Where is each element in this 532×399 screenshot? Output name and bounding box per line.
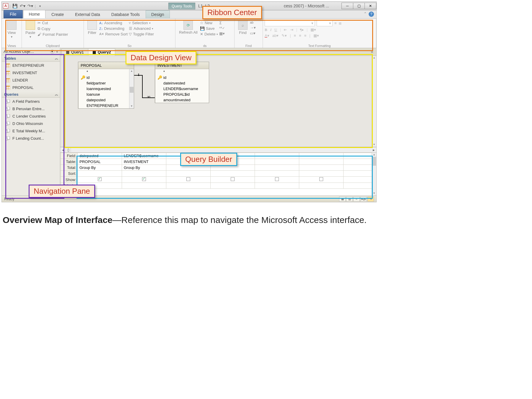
- indent-dec-icon[interactable]: ⇤: [284, 27, 287, 32]
- qbe-cell[interactable]: [78, 171, 122, 177]
- sort-desc-button[interactable]: Z↓Descending: [99, 26, 128, 31]
- view-button[interactable]: View ▼: [4, 20, 20, 39]
- ribbon-tab-externaldata[interactable]: External Data: [70, 11, 105, 18]
- qbe-cell[interactable]: [255, 183, 299, 189]
- field-item[interactable]: dateposted: [78, 97, 134, 103]
- scroll-thumb[interactable]: [130, 87, 134, 93]
- canvas-vscroll[interactable]: ▴ ▾: [372, 56, 376, 147]
- new-record-button[interactable]: ☆New: [199, 20, 219, 25]
- nav-item-table[interactable]: LENDER: [2, 76, 60, 84]
- font-combo[interactable]: ▾: [265, 20, 315, 26]
- align-right-icon[interactable]: ≡: [304, 33, 307, 38]
- nav-item-query[interactable]: F Lending Count...: [2, 135, 60, 142]
- qbe-cell[interactable]: [255, 159, 299, 165]
- field-item[interactable]: *: [78, 69, 134, 75]
- show-checkbox[interactable]: [186, 177, 190, 181]
- qat-customize-icon[interactable]: ▾: [37, 3, 43, 9]
- field-item[interactable]: fieldpartner: [78, 80, 134, 86]
- field-item[interactable]: ENTREPRENEUR: [78, 103, 134, 108]
- font-color-button[interactable]: A▾: [265, 33, 269, 38]
- nav-pane-header[interactable]: All Access Obje… ▾ «: [2, 48, 60, 55]
- view-datasheet-button[interactable]: ▦: [339, 196, 346, 202]
- qbe-cell[interactable]: [255, 171, 299, 177]
- qbe-cell[interactable]: LENDER$username: [122, 153, 166, 159]
- qbe-cell[interactable]: INVESTMENT: [122, 159, 166, 165]
- qbe-cell[interactable]: Group By: [122, 165, 166, 171]
- scroll-up-icon[interactable]: ▴: [129, 69, 134, 73]
- redo-icon[interactable]: ↷▾: [27, 3, 33, 9]
- qbe-cell[interactable]: [255, 153, 299, 159]
- qbe-cell[interactable]: [299, 171, 344, 177]
- align-left-icon[interactable]: ≡: [294, 33, 296, 38]
- qbe-cell[interactable]: [344, 159, 376, 165]
- select-button[interactable]: ▭▾: [249, 31, 256, 36]
- nav-collapse-icon[interactable]: «: [56, 49, 58, 54]
- goto-button[interactable]: →▾: [249, 25, 256, 30]
- show-checkbox[interactable]: [98, 177, 102, 181]
- more-button[interactable]: ▦▾: [219, 31, 225, 36]
- bullets-icon[interactable]: ≡: [334, 21, 337, 25]
- selection-button[interactable]: ▿Selection▾: [128, 20, 154, 25]
- scroll-right-icon[interactable]: ▸: [371, 148, 376, 152]
- format-painter-button[interactable]: 🖌Format Painter: [37, 32, 69, 37]
- qbe-cell[interactable]: [255, 165, 299, 171]
- tab-query1[interactable]: ▦ Query1: [61, 48, 88, 56]
- refresh-all-button[interactable]: ⟳ Refresh All: [177, 20, 199, 47]
- scroll-left-icon[interactable]: ◂: [60, 148, 66, 152]
- qbe-cell[interactable]: [344, 177, 376, 183]
- ribbon-collapse-icon[interactable]: ⌃: [364, 12, 367, 17]
- save-icon[interactable]: 💾: [12, 3, 18, 9]
- qbe-cell[interactable]: [299, 159, 344, 165]
- qbe-cell[interactable]: [299, 177, 344, 183]
- toggle-filter-button[interactable]: ▽Toggle Filter: [128, 32, 154, 37]
- field-item[interactable]: loanuse: [78, 92, 134, 97]
- qbe-cell[interactable]: [166, 177, 211, 183]
- qbe-cell[interactable]: [344, 153, 376, 159]
- qbe-cell[interactable]: [344, 165, 376, 171]
- nav-section-tables[interactable]: Tables ︽: [2, 55, 60, 62]
- nav-dropdown-icon[interactable]: ▾: [50, 50, 54, 54]
- field-item[interactable]: 🔑id: [155, 75, 209, 80]
- copy-button[interactable]: ⧉Copy: [37, 26, 69, 31]
- minimize-button[interactable]: ─: [341, 3, 353, 9]
- qbe-vscroll[interactable]: ▴ ▾: [372, 153, 376, 196]
- maximize-button[interactable]: ▢: [353, 3, 365, 9]
- tab-query2[interactable]: ▦ Query2: [88, 48, 115, 56]
- cut-button[interactable]: ✂Cut: [37, 20, 69, 25]
- help-icon[interactable]: ?: [369, 12, 374, 17]
- fill-color-icon[interactable]: ▦▾: [310, 27, 316, 32]
- field-item[interactable]: 🔑id: [78, 75, 134, 80]
- remove-sort-button[interactable]: A✕Remove Sort: [99, 32, 128, 37]
- show-checkbox[interactable]: [319, 177, 323, 181]
- qbe-cell[interactable]: [166, 171, 211, 177]
- field-item[interactable]: *: [155, 69, 209, 75]
- table-box-proposal[interactable]: PROPOSAL *🔑idfieldpartnerloanrequestedlo…: [78, 62, 134, 109]
- qbe-cell[interactable]: [122, 183, 166, 189]
- undo-icon[interactable]: ↶▾: [19, 3, 26, 9]
- nav-item-table[interactable]: PROPOSAL: [2, 84, 60, 91]
- gridlines-icon[interactable]: ▦▾: [313, 33, 319, 38]
- show-checkbox[interactable]: [275, 177, 279, 181]
- ribbon-tab-home[interactable]: Home: [23, 10, 45, 18]
- nav-section-queries[interactable]: Queries ︽: [2, 91, 60, 98]
- fontsize-combo[interactable]: ▾: [317, 20, 333, 26]
- qbe-cell[interactable]: [299, 183, 344, 189]
- qbe-cell[interactable]: [122, 177, 166, 183]
- canvas-hscroll[interactable]: ◂ ▯ ▸: [60, 147, 376, 152]
- view-design-button[interactable]: ✎: [367, 196, 374, 202]
- nav-item-table[interactable]: ENTREPRENEUR: [2, 62, 60, 69]
- italic-button[interactable]: I: [270, 27, 271, 32]
- numbering-icon[interactable]: ≣: [339, 21, 342, 25]
- nav-item-query[interactable]: D Ohio Wisconsin: [2, 120, 60, 127]
- nav-item-query[interactable]: B Peruvian Entre...: [2, 105, 60, 113]
- bold-button[interactable]: B: [265, 27, 267, 32]
- scroll-down-icon[interactable]: ▾: [129, 104, 134, 108]
- replace-button[interactable]: ab: [249, 20, 256, 25]
- align-center-icon[interactable]: ≡: [299, 33, 301, 38]
- view-pivot-button[interactable]: ▥: [346, 196, 353, 202]
- advanced-button[interactable]: ☰Advanced▾: [128, 26, 154, 31]
- ribbon-tab-file[interactable]: File: [4, 10, 23, 18]
- field-item[interactable]: dateinvested: [155, 80, 209, 86]
- qbe-cell[interactable]: [211, 177, 255, 183]
- nav-item-query[interactable]: E Total Weekly M...: [2, 127, 60, 135]
